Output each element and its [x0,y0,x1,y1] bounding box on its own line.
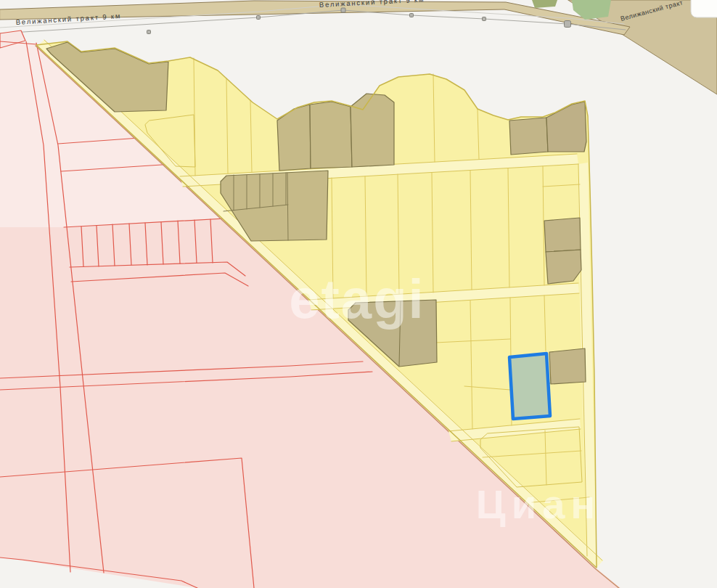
map-canvas[interactable]: Велижанский тракт 9 кмВелижанский тракт … [0,0,717,588]
building-card [691,0,717,17]
watermark-etagi: etagi [289,268,425,330]
occupied-plot[interactable] [544,218,581,252]
occupied-plot[interactable] [509,118,548,155]
watermark-cian: Циан [476,481,601,527]
survey-marker [483,17,486,21]
occupied-plot[interactable] [549,348,586,384]
occupied-plot[interactable] [351,94,394,167]
survey-marker [147,30,151,34]
map-stage: Велижанский тракт 9 кмВелижанский тракт … [0,0,717,588]
occupied-plot[interactable] [310,102,352,168]
selected-plot[interactable] [509,354,550,419]
survey-marker [410,14,414,17]
survey-marker [341,8,345,12]
survey-marker-pin [565,21,571,28]
survey-marker [257,16,261,20]
